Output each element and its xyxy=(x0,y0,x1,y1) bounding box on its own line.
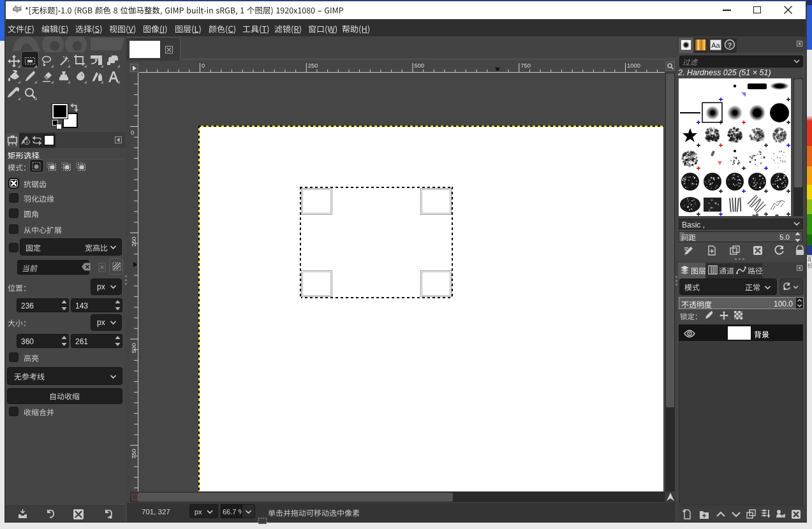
svg-text:250: 250 xyxy=(130,236,137,247)
svg-text:1000: 1000 xyxy=(627,62,640,69)
svg-text:750: 750 xyxy=(130,449,137,459)
svg-text:0: 0 xyxy=(202,62,205,69)
svg-text:0: 0 xyxy=(131,129,134,136)
svg-text:500: 500 xyxy=(130,343,137,353)
svg-text:Aa: Aa xyxy=(711,41,720,49)
svg-text:750: 750 xyxy=(520,62,531,69)
svg-text:250: 250 xyxy=(308,62,318,69)
svg-text:500: 500 xyxy=(415,62,425,69)
svg-text:?: ? xyxy=(728,41,732,49)
